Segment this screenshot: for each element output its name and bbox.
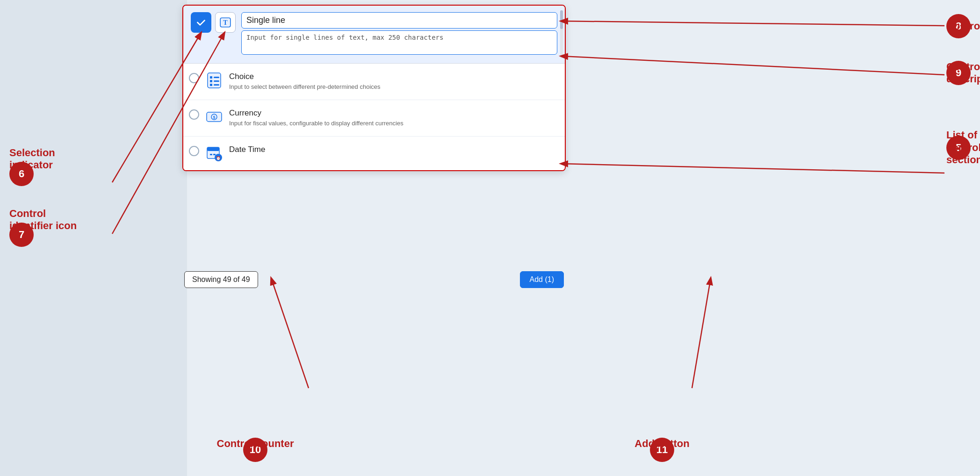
- annotation-9-label: Controldescription: [946, 61, 980, 86]
- annotation-10: 10 Control counter: [243, 438, 267, 462]
- scrollbar-thumb[interactable]: [560, 10, 563, 29]
- svg-rect-7: [214, 77, 219, 78]
- annotation-10-label: Control counter: [217, 438, 294, 450]
- main-area: T Input for single lines of text, max 25…: [0, 0, 980, 476]
- currency-item-text: Currency Input for fiscal values, config…: [229, 108, 557, 128]
- annotation-7-label: Controlidentifier icon: [9, 208, 77, 232]
- annotation-8-label: Control title: [946, 20, 980, 32]
- svg-text:⏰: ⏰: [216, 156, 221, 160]
- annotation-5: 5 List ofcontrolssection: [946, 136, 971, 160]
- svg-point-0: [195, 16, 207, 29]
- control-counter: Showing 49 of 49: [184, 271, 258, 288]
- radio-button-currency[interactable]: [189, 109, 199, 120]
- currency-desc: Input for fiscal values, configurable to…: [229, 119, 557, 128]
- datetime-icon: ⏰: [206, 145, 223, 162]
- svg-rect-18: [213, 154, 216, 155]
- svg-rect-3: [208, 73, 221, 88]
- list-item[interactable]: $ Currency Input for fiscal values, conf…: [183, 100, 565, 137]
- datetime-item-text: Date Time: [229, 145, 557, 156]
- selected-text-area: Input for single lines of text, max 250 …: [241, 12, 557, 57]
- svg-rect-4: [210, 76, 212, 79]
- annotation-6-label: Selectionindicator: [9, 147, 55, 172]
- svg-text:$: $: [213, 115, 215, 120]
- svg-line-24: [271, 278, 309, 388]
- list-item[interactable]: Choice Input to select between different…: [183, 64, 565, 100]
- control-title-input[interactable]: [241, 12, 557, 29]
- panel-footer: Showing 49 of 49 Add (1): [182, 271, 566, 288]
- radio-button-choice[interactable]: [189, 73, 199, 83]
- annotation-9: 9 Controldescription: [946, 61, 971, 85]
- svg-line-22: [561, 56, 944, 75]
- annotation-11-label: Add button: [634, 438, 689, 450]
- svg-line-25: [692, 278, 711, 388]
- control-identifier-icon[interactable]: T: [215, 12, 236, 33]
- svg-line-21: [561, 21, 944, 26]
- choice-icon: [206, 72, 223, 89]
- annotation-7: Controlidentifier icon 7: [9, 220, 34, 247]
- choice-item-text: Choice Input to select between different…: [229, 72, 557, 91]
- annotation-6: Selectionindicator 6: [9, 159, 34, 186]
- list-item[interactable]: ⏰ Date Time: [183, 137, 565, 170]
- scrollbar-track[interactable]: [560, 10, 563, 58]
- selection-indicator[interactable]: [191, 12, 211, 33]
- annotation-8: 8 Control title: [946, 14, 971, 38]
- svg-rect-14: [207, 147, 219, 151]
- svg-rect-9: [214, 84, 219, 86]
- svg-rect-5: [210, 80, 212, 82]
- currency-title: Currency: [229, 108, 557, 118]
- radio-button-datetime[interactable]: [189, 146, 199, 156]
- datetime-title: Date Time: [229, 145, 557, 154]
- selected-item-row: T Input for single lines of text, max 25…: [183, 6, 565, 64]
- controls-dropdown-panel: T Input for single lines of text, max 25…: [182, 5, 566, 171]
- add-button[interactable]: Add (1): [520, 271, 564, 288]
- svg-rect-8: [214, 80, 219, 82]
- svg-rect-17: [210, 154, 212, 155]
- controls-list-section: Choice Input to select between different…: [183, 64, 565, 170]
- svg-line-23: [561, 164, 944, 173]
- annotation-5-label: List ofcontrolssection: [946, 129, 980, 166]
- control-description-input[interactable]: Input for single lines of text, max 250 …: [241, 30, 557, 55]
- annotation-11: 11 Add button: [650, 438, 674, 462]
- choice-desc: Input to select between different pre-de…: [229, 83, 557, 91]
- svg-rect-6: [210, 84, 212, 86]
- currency-icon: $: [206, 108, 223, 125]
- choice-title: Choice: [229, 72, 557, 81]
- svg-text:T: T: [223, 19, 228, 26]
